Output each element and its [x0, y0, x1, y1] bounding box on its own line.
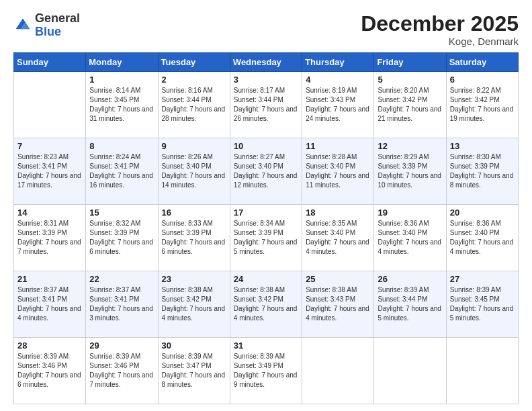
location: Koge, Denmark	[361, 36, 519, 47]
day-info: Sunrise: 8:32 AMSunset: 3:39 PMDaylight:…	[89, 219, 154, 257]
day-info: Sunrise: 8:22 AMSunset: 3:42 PMDaylight:…	[450, 86, 515, 124]
day-number: 23	[162, 274, 226, 284]
day-number: 18	[306, 208, 370, 218]
calendar-cell: 7Sunrise: 8:23 AMSunset: 3:41 PMDaylight…	[14, 138, 86, 205]
col-header-sunday: Sunday	[14, 53, 86, 72]
day-number: 14	[17, 208, 82, 218]
day-info: Sunrise: 8:38 AMSunset: 3:43 PMDaylight:…	[306, 285, 370, 323]
calendar-cell: 2Sunrise: 8:16 AMSunset: 3:44 PMDaylight…	[158, 72, 230, 138]
calendar-week-row: 7Sunrise: 8:23 AMSunset: 3:41 PMDaylight…	[14, 138, 519, 205]
day-info: Sunrise: 8:37 AMSunset: 3:41 PMDaylight:…	[17, 285, 82, 323]
calendar-cell: 6Sunrise: 8:22 AMSunset: 3:42 PMDaylight…	[446, 72, 518, 138]
day-number: 26	[378, 274, 442, 284]
calendar-cell: 5Sunrise: 8:20 AMSunset: 3:42 PMDaylight…	[374, 72, 446, 138]
calendar-cell: 20Sunrise: 8:36 AMSunset: 3:40 PMDayligh…	[446, 205, 518, 271]
calendar-cell: 16Sunrise: 8:33 AMSunset: 3:39 PMDayligh…	[158, 205, 230, 271]
col-header-thursday: Thursday	[302, 53, 374, 72]
col-header-wednesday: Wednesday	[230, 53, 302, 72]
calendar-cell: 29Sunrise: 8:39 AMSunset: 3:46 PMDayligh…	[86, 338, 158, 404]
day-number: 1	[89, 75, 154, 85]
calendar-cell: 21Sunrise: 8:37 AMSunset: 3:41 PMDayligh…	[14, 271, 86, 338]
day-info: Sunrise: 8:29 AMSunset: 3:39 PMDaylight:…	[378, 152, 442, 190]
calendar-cell	[302, 338, 374, 404]
calendar-week-row: 28Sunrise: 8:39 AMSunset: 3:46 PMDayligh…	[14, 338, 519, 404]
day-info: Sunrise: 8:39 AMSunset: 3:45 PMDaylight:…	[450, 285, 515, 323]
day-info: Sunrise: 8:35 AMSunset: 3:40 PMDaylight:…	[306, 219, 370, 257]
day-info: Sunrise: 8:14 AMSunset: 3:45 PMDaylight:…	[89, 86, 154, 124]
logo-icon	[13, 16, 32, 35]
calendar-cell: 23Sunrise: 8:38 AMSunset: 3:42 PMDayligh…	[158, 271, 230, 338]
calendar-cell	[374, 338, 446, 404]
calendar-cell: 17Sunrise: 8:34 AMSunset: 3:39 PMDayligh…	[230, 205, 302, 271]
day-info: Sunrise: 8:26 AMSunset: 3:40 PMDaylight:…	[162, 152, 226, 190]
calendar-cell: 25Sunrise: 8:38 AMSunset: 3:43 PMDayligh…	[302, 271, 374, 338]
day-number: 9	[162, 141, 226, 151]
day-info: Sunrise: 8:24 AMSunset: 3:41 PMDaylight:…	[89, 152, 154, 190]
calendar-week-row: 21Sunrise: 8:37 AMSunset: 3:41 PMDayligh…	[14, 271, 519, 338]
day-info: Sunrise: 8:28 AMSunset: 3:40 PMDaylight:…	[306, 152, 370, 190]
calendar-header-row: Sunday Monday Tuesday Wednesday Thursday…	[14, 53, 519, 72]
calendar-cell: 18Sunrise: 8:35 AMSunset: 3:40 PMDayligh…	[302, 205, 374, 271]
day-info: Sunrise: 8:39 AMSunset: 3:47 PMDaylight:…	[162, 352, 226, 390]
day-number: 3	[234, 75, 298, 85]
day-number: 24	[234, 274, 298, 284]
day-info: Sunrise: 8:34 AMSunset: 3:39 PMDaylight:…	[234, 219, 298, 257]
day-info: Sunrise: 8:31 AMSunset: 3:39 PMDaylight:…	[17, 219, 82, 257]
day-number: 22	[89, 274, 154, 284]
day-number: 19	[378, 208, 442, 218]
day-number: 17	[234, 208, 298, 218]
calendar-week-row: 14Sunrise: 8:31 AMSunset: 3:39 PMDayligh…	[14, 205, 519, 271]
calendar-cell: 3Sunrise: 8:17 AMSunset: 3:44 PMDaylight…	[230, 72, 302, 138]
day-info: Sunrise: 8:16 AMSunset: 3:44 PMDaylight:…	[162, 86, 226, 124]
day-number: 16	[162, 208, 226, 218]
calendar-cell: 30Sunrise: 8:39 AMSunset: 3:47 PMDayligh…	[158, 338, 230, 404]
calendar-cell	[446, 338, 518, 404]
day-number: 29	[89, 340, 154, 351]
day-info: Sunrise: 8:39 AMSunset: 3:49 PMDaylight:…	[234, 352, 298, 390]
day-info: Sunrise: 8:38 AMSunset: 3:42 PMDaylight:…	[162, 285, 226, 323]
calendar-cell: 13Sunrise: 8:30 AMSunset: 3:39 PMDayligh…	[446, 138, 518, 205]
day-info: Sunrise: 8:30 AMSunset: 3:39 PMDaylight:…	[450, 152, 515, 190]
day-number: 25	[306, 274, 370, 284]
day-number: 7	[17, 141, 82, 151]
day-number: 6	[450, 75, 515, 85]
calendar-cell: 28Sunrise: 8:39 AMSunset: 3:46 PMDayligh…	[14, 338, 86, 404]
day-number: 15	[89, 208, 154, 218]
calendar-cell: 27Sunrise: 8:39 AMSunset: 3:45 PMDayligh…	[446, 271, 518, 338]
day-info: Sunrise: 8:17 AMSunset: 3:44 PMDaylight:…	[234, 86, 298, 124]
day-number: 8	[89, 141, 154, 151]
calendar-cell: 11Sunrise: 8:28 AMSunset: 3:40 PMDayligh…	[302, 138, 374, 205]
day-number: 30	[162, 340, 226, 351]
day-info: Sunrise: 8:23 AMSunset: 3:41 PMDaylight:…	[17, 152, 82, 190]
calendar-cell	[14, 72, 86, 138]
logo: General Blue	[13, 12, 80, 39]
day-info: Sunrise: 8:36 AMSunset: 3:40 PMDaylight:…	[450, 219, 515, 257]
day-number: 20	[450, 208, 515, 218]
day-info: Sunrise: 8:39 AMSunset: 3:44 PMDaylight:…	[378, 285, 442, 323]
day-info: Sunrise: 8:37 AMSunset: 3:41 PMDaylight:…	[89, 285, 154, 323]
day-number: 21	[17, 274, 82, 284]
calendar-cell: 26Sunrise: 8:39 AMSunset: 3:44 PMDayligh…	[374, 271, 446, 338]
header: General Blue December 2025 Koge, Denmark	[13, 12, 519, 47]
day-number: 27	[450, 274, 515, 284]
day-number: 2	[162, 75, 226, 85]
day-info: Sunrise: 8:36 AMSunset: 3:40 PMDaylight:…	[378, 219, 442, 257]
calendar-cell: 4Sunrise: 8:19 AMSunset: 3:43 PMDaylight…	[302, 72, 374, 138]
day-info: Sunrise: 8:39 AMSunset: 3:46 PMDaylight:…	[89, 352, 154, 390]
day-info: Sunrise: 8:20 AMSunset: 3:42 PMDaylight:…	[378, 86, 442, 124]
col-header-saturday: Saturday	[446, 53, 518, 72]
day-number: 11	[306, 141, 370, 151]
day-info: Sunrise: 8:27 AMSunset: 3:40 PMDaylight:…	[234, 152, 298, 190]
calendar-cell: 22Sunrise: 8:37 AMSunset: 3:41 PMDayligh…	[86, 271, 158, 338]
month-title: December 2025	[361, 12, 519, 36]
day-number: 13	[450, 141, 515, 151]
calendar-cell: 9Sunrise: 8:26 AMSunset: 3:40 PMDaylight…	[158, 138, 230, 205]
day-number: 12	[378, 141, 442, 151]
logo-blue-text: Blue	[35, 25, 61, 38]
calendar-table: Sunday Monday Tuesday Wednesday Thursday…	[13, 52, 519, 404]
calendar-cell: 10Sunrise: 8:27 AMSunset: 3:40 PMDayligh…	[230, 138, 302, 205]
calendar-cell: 24Sunrise: 8:38 AMSunset: 3:42 PMDayligh…	[230, 271, 302, 338]
day-number: 5	[378, 75, 442, 85]
calendar-cell: 14Sunrise: 8:31 AMSunset: 3:39 PMDayligh…	[14, 205, 86, 271]
col-header-monday: Monday	[86, 53, 158, 72]
